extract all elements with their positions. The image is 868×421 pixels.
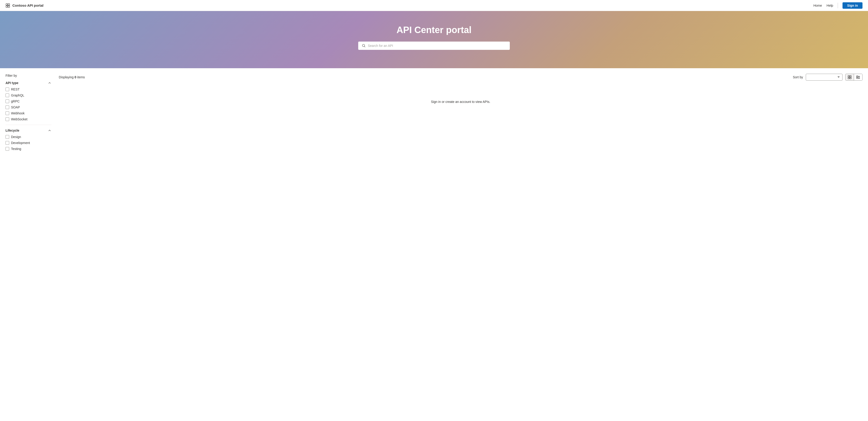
list-view-icon xyxy=(856,75,860,79)
content-area: Displaying 0 items Sort by xyxy=(59,74,863,421)
logo: Contoso API portal xyxy=(5,3,43,8)
api-type-section: API type REST GraphQL gRPC xyxy=(5,81,52,121)
lifecycle-section: Lifecycle Design Development Testing xyxy=(5,129,52,151)
home-link[interactable]: Home xyxy=(813,4,822,7)
filter-item-soap[interactable]: SOAP xyxy=(5,106,52,109)
filter-item-webhook[interactable]: Webhook xyxy=(5,111,52,115)
nav-divider xyxy=(838,3,838,8)
filter-label-design: Design xyxy=(11,135,21,139)
filter-by-label: Filter by xyxy=(5,74,52,78)
api-type-chevron-icon xyxy=(48,81,52,85)
sort-by-label: Sort by xyxy=(793,75,803,79)
filter-label-testing: Testing xyxy=(11,147,21,151)
svg-rect-13 xyxy=(857,78,858,79)
filter-item-graphql[interactable]: GraphQL xyxy=(5,93,52,97)
api-type-header[interactable]: API type xyxy=(5,81,52,85)
svg-rect-2 xyxy=(6,6,7,7)
filter-label-webhook: Webhook xyxy=(11,111,25,115)
filter-item-grpc[interactable]: gRPC xyxy=(5,99,52,103)
toolbar-right: Sort by xyxy=(793,74,863,81)
svg-rect-7 xyxy=(850,76,851,77)
filter-item-design[interactable]: Design xyxy=(5,135,52,139)
checkbox-rest[interactable] xyxy=(5,88,9,91)
grid-icon xyxy=(5,3,10,8)
checkbox-websocket[interactable] xyxy=(5,117,9,121)
view-toggle xyxy=(845,74,863,81)
checkbox-testing[interactable] xyxy=(5,147,9,151)
filter-label-websocket: WebSocket xyxy=(11,117,27,121)
svg-rect-0 xyxy=(6,4,7,5)
filter-label-development: Development xyxy=(11,141,30,145)
help-link[interactable]: Help xyxy=(827,4,833,7)
filter-item-websocket[interactable]: WebSocket xyxy=(5,117,52,121)
filter-item-development[interactable]: Development xyxy=(5,141,52,145)
main-content: Filter by API type REST GraphQL xyxy=(0,68,868,421)
filter-label-graphql: GraphQL xyxy=(11,93,24,97)
top-navigation: Contoso API portal Home Help Sign in xyxy=(0,0,868,11)
svg-rect-3 xyxy=(8,6,10,7)
filter-label-grpc: gRPC xyxy=(11,99,20,103)
displaying-prefix: Displaying xyxy=(59,75,74,79)
checkbox-soap[interactable] xyxy=(5,106,9,109)
checkbox-design[interactable] xyxy=(5,135,9,139)
sign-in-button[interactable]: Sign in xyxy=(842,2,863,9)
content-toolbar: Displaying 0 items Sort by xyxy=(59,74,863,81)
hero-title: API Center portal xyxy=(5,25,863,35)
api-type-title: API type xyxy=(5,81,19,85)
displaying-count-text: Displaying 0 items xyxy=(59,75,85,79)
list-view-button[interactable] xyxy=(854,74,862,80)
hero-banner: API Center portal xyxy=(0,11,868,68)
filter-divider xyxy=(5,125,52,125)
logo-text: Contoso API portal xyxy=(12,3,43,7)
filter-item-rest[interactable]: REST xyxy=(5,88,52,91)
svg-rect-9 xyxy=(850,78,851,79)
checkbox-webhook[interactable] xyxy=(5,111,9,115)
lifecycle-header[interactable]: Lifecycle xyxy=(5,129,52,132)
svg-line-5 xyxy=(365,47,365,47)
empty-message: Sign in or create an account to view API… xyxy=(59,86,863,103)
filter-item-testing[interactable]: Testing xyxy=(5,147,52,151)
displaying-suffix: items xyxy=(76,75,85,79)
sort-select[interactable] xyxy=(806,74,842,81)
svg-rect-10 xyxy=(857,76,858,77)
search-container xyxy=(358,41,510,50)
grid-view-button[interactable] xyxy=(845,74,854,80)
svg-rect-6 xyxy=(848,76,849,77)
svg-rect-8 xyxy=(848,78,849,79)
filter-label-soap: SOAP xyxy=(11,106,20,109)
checkbox-grpc[interactable] xyxy=(5,99,9,103)
search-input[interactable] xyxy=(368,44,506,48)
checkbox-graphql[interactable] xyxy=(5,93,9,97)
filter-label-rest: REST xyxy=(11,88,20,91)
lifecycle-chevron-icon xyxy=(48,129,52,132)
lifecycle-title: Lifecycle xyxy=(5,129,19,132)
nav-right: Home Help Sign in xyxy=(813,2,863,9)
search-icon xyxy=(362,44,366,48)
svg-rect-1 xyxy=(8,4,10,5)
sidebar: Filter by API type REST GraphQL xyxy=(5,74,52,421)
checkbox-development[interactable] xyxy=(5,141,9,145)
grid-view-icon xyxy=(848,75,851,79)
